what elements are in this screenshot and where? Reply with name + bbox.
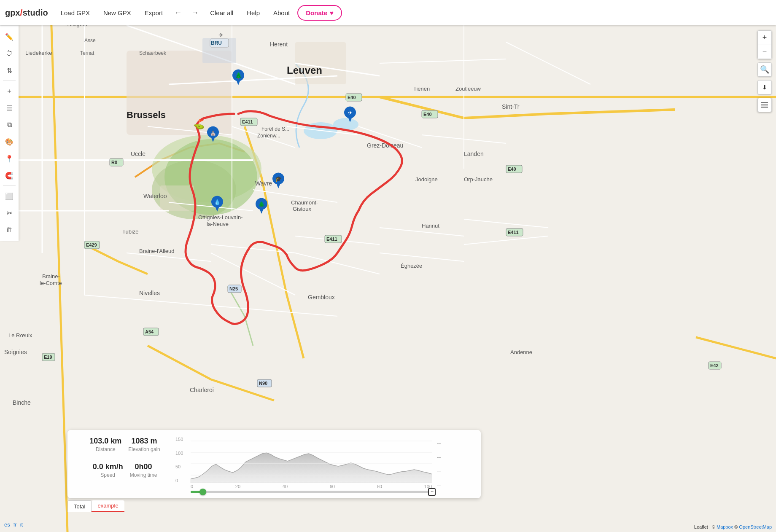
- slider-start-thumb[interactable]: [199, 489, 206, 495]
- svg-text:E40: E40: [508, 167, 516, 172]
- undo-button[interactable]: ←: [170, 5, 186, 20]
- clear-all-button[interactable]: Clear all: [204, 6, 239, 20]
- chart-slider-container[interactable]: ⚏: [175, 491, 432, 493]
- pin-tool-button[interactable]: 📍: [2, 151, 17, 166]
- svg-text:N25: N25: [229, 286, 238, 291]
- svg-text:Binche: Binche: [13, 399, 31, 406]
- list-tool-button[interactable]: ☰: [2, 100, 17, 116]
- redo-button[interactable]: →: [187, 5, 202, 20]
- lang-it[interactable]: it: [20, 521, 23, 528]
- svg-text:Brussels: Brussels: [127, 110, 166, 120]
- svg-text:E429: E429: [86, 242, 97, 247]
- zoom-out-button[interactable]: −: [757, 45, 772, 59]
- credit-separator: ©: [734, 524, 739, 529]
- svg-text:– Zoniënw...: – Zoniënw...: [253, 133, 280, 139]
- delete-tool-button[interactable]: 🗑: [2, 222, 17, 237]
- export-button[interactable]: Export: [139, 6, 169, 20]
- logo: gpx/studio: [5, 7, 48, 18]
- stats-right: -- -- -- --: [432, 437, 474, 492]
- transfer-tool-button[interactable]: ⇅: [2, 63, 17, 78]
- y-label-150: 150: [175, 437, 183, 442]
- distance-stat: 103.0 km Distance: [89, 437, 121, 452]
- svg-text:Ternat: Ternat: [80, 50, 94, 56]
- chart-y-axis: 150 100 50 0: [175, 437, 185, 483]
- svg-text:Landen: Landen: [464, 150, 484, 157]
- slider-end-thumb[interactable]: ⚏: [428, 488, 436, 496]
- svg-text:Tienen: Tienen: [413, 86, 430, 92]
- elevation-chart: 150 100 50 0: [175, 437, 432, 492]
- svg-text:Gembloux: Gembloux: [308, 294, 335, 301]
- svg-text:Wavre: Wavre: [255, 180, 272, 187]
- menu-line-2: [761, 105, 768, 105]
- add-tool-button[interactable]: ＋: [2, 83, 17, 99]
- zoom-in-button[interactable]: +: [757, 30, 772, 45]
- svg-text:E411: E411: [242, 119, 253, 124]
- snap-tool-button[interactable]: 🧲: [2, 168, 17, 183]
- tool-divider-2: [3, 185, 16, 186]
- time-tool-button[interactable]: ⏱: [2, 46, 17, 61]
- tab-total[interactable]: Total: [67, 500, 92, 512]
- svg-text:la-Neuve: la-Neuve: [207, 221, 229, 227]
- waypoint-4[interactable]: 🎓: [272, 172, 285, 192]
- svg-text:Leuven: Leuven: [287, 64, 322, 76]
- donate-heart-icon: ♥: [330, 9, 334, 16]
- svg-text:Braine-: Braine-: [42, 273, 60, 279]
- svg-text:Uccle: Uccle: [131, 150, 146, 157]
- right-controls: + − 🔍 ⬇: [757, 30, 772, 112]
- leaflet-credit: Leaflet | ©: [694, 524, 717, 529]
- palette-tool-button[interactable]: 🎨: [2, 134, 17, 149]
- frame-tool-button[interactable]: ⬜: [2, 188, 17, 204]
- svg-text:Soignies: Soignies: [4, 349, 27, 355]
- elevation-label: Elevation gain: [128, 446, 160, 452]
- svg-text:Herent: Herent: [270, 41, 288, 48]
- zoom-controls: + −: [757, 30, 772, 59]
- lang-es[interactable]: es: [4, 521, 10, 528]
- svg-text:BRU: BRU: [211, 40, 222, 46]
- help-button[interactable]: Help: [241, 6, 266, 20]
- svg-text:Hannut: Hannut: [422, 223, 439, 229]
- x-label-40: 40: [283, 484, 288, 489]
- elevation-value: 1083 m: [128, 437, 160, 446]
- svg-text:E42: E42: [710, 363, 719, 368]
- edit-tool-button[interactable]: ✏️: [2, 29, 17, 44]
- about-button[interactable]: About: [267, 6, 296, 20]
- openstreetmap-link[interactable]: OpenStreetMap: [739, 524, 772, 529]
- svg-text:Sint-Tr: Sint-Tr: [502, 103, 520, 110]
- svg-text:✈: ✈: [218, 32, 224, 38]
- search-map-button[interactable]: 🔍: [757, 62, 772, 77]
- layers-menu-button[interactable]: [757, 98, 772, 112]
- donate-button[interactable]: Donate ♥: [297, 5, 342, 21]
- tool-divider-1: [3, 81, 16, 81]
- y-label-50: 50: [175, 464, 183, 469]
- chart-slider[interactable]: ⚏: [191, 491, 432, 493]
- waypoint-1[interactable]: 🌲: [232, 69, 245, 89]
- new-gpx-button[interactable]: New GPX: [97, 6, 137, 20]
- svg-text:Grez-Doiceau: Grez-Doiceau: [367, 142, 403, 149]
- speed-value: 0.0 km/h: [93, 462, 123, 471]
- svg-text:Tubize: Tubize: [122, 228, 139, 235]
- load-gpx-button[interactable]: Load GPX: [55, 6, 96, 20]
- x-label-0: 0: [191, 484, 193, 489]
- svg-text:Le Rœulx: Le Rœulx: [8, 332, 32, 339]
- svg-text:E40: E40: [423, 112, 432, 117]
- tab-example[interactable]: example: [92, 500, 124, 512]
- svg-text:🌲: 🌲: [235, 72, 242, 79]
- locate-button[interactable]: ⬇: [757, 80, 772, 94]
- x-label-80: 80: [377, 484, 382, 489]
- donate-label: Donate: [306, 9, 327, 16]
- waypoint-3[interactable]: ⛪: [206, 126, 220, 145]
- svg-text:E19: E19: [44, 355, 52, 360]
- time-value: 0h00: [130, 462, 157, 471]
- waypoint-5[interactable]: 💧: [210, 196, 224, 215]
- speed-stat: 0.0 km/h Speed: [93, 462, 123, 478]
- copy-tool-button[interactable]: ⧉: [2, 117, 17, 132]
- waypoint-6[interactable]: 🌲: [255, 198, 268, 217]
- cut-tool-button[interactable]: ✂: [2, 205, 17, 220]
- mapbox-link[interactable]: Mapbox: [717, 524, 733, 529]
- logo-studio: studio: [23, 8, 48, 18]
- distance-value: 103.0 km: [89, 437, 121, 446]
- time-label: Moving time: [130, 472, 157, 478]
- start-marker: ⛳: [193, 119, 205, 130]
- waypoint-2[interactable]: ✈: [343, 106, 357, 126]
- lang-fr[interactable]: fr: [13, 521, 17, 528]
